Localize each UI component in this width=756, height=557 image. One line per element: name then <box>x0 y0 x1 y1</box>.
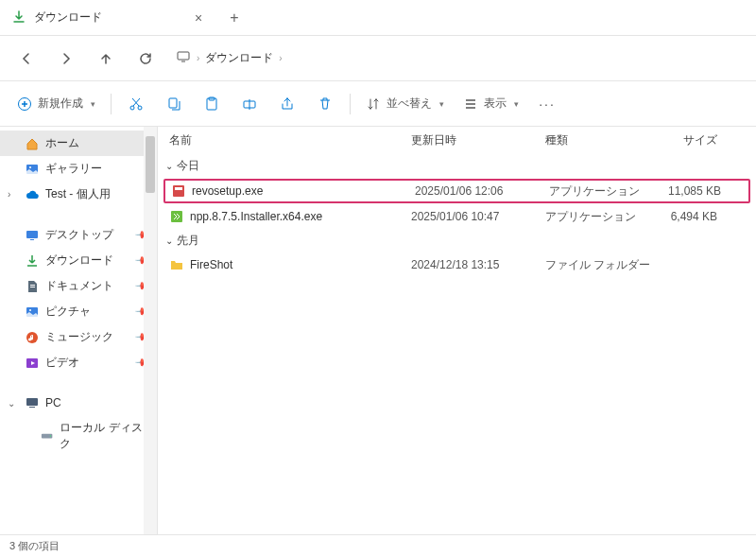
main: ホーム ギャラリー › Test - 個人用 デスクトップ 📌 ダウンロード 📌… <box>0 127 756 534</box>
chevron-right-icon: › <box>197 53 199 63</box>
navbar: › ダウンロード › <box>0 36 756 81</box>
file-name: FireShot <box>190 258 411 271</box>
file-date: 2025/01/06 10:47 <box>411 210 545 223</box>
breadcrumb[interactable]: › ダウンロード › <box>168 49 283 67</box>
chevron-down-icon: ▾ <box>439 99 444 109</box>
separator <box>111 94 112 114</box>
new-tab-button[interactable]: + <box>217 0 251 36</box>
column-headers: 名前 更新日時 種類 サイズ <box>158 127 756 154</box>
tab-downloads[interactable]: ダウンロード × <box>0 0 217 36</box>
group-today[interactable]: ⌄ 今日 <box>158 154 756 178</box>
forward-button[interactable] <box>49 42 83 76</box>
svg-rect-4 <box>169 98 177 108</box>
file-row[interactable]: FireShot 2024/12/18 13:15 ファイル フォルダー <box>158 252 756 277</box>
titlebar: ダウンロード × + <box>0 0 756 36</box>
cloud-icon <box>25 187 40 202</box>
more-button[interactable]: ··· <box>530 89 564 119</box>
file-list: 名前 更新日時 種類 サイズ ⌄ 今日 revosetup.exe 2025/0… <box>158 127 756 534</box>
close-icon[interactable]: × <box>191 10 206 26</box>
svg-point-3 <box>138 106 142 110</box>
column-name[interactable]: 名前 <box>169 132 411 148</box>
toolbar: 新規作成 ▾ 並べ替え ▾ 表示 ▾ ··· <box>0 81 756 127</box>
home-icon <box>25 136 40 151</box>
chevron-down-icon: ⌄ <box>8 398 15 409</box>
sidebar-item-test[interactable]: › Test - 個人用 <box>0 182 157 207</box>
share-button[interactable] <box>270 89 304 119</box>
sidebar-item-gallery[interactable]: ギャラリー <box>0 156 157 182</box>
monitor-icon <box>176 49 191 67</box>
column-size[interactable]: サイズ <box>651 132 727 148</box>
svg-rect-19 <box>29 407 35 408</box>
status-text: 3 個の項目 <box>9 539 60 553</box>
copy-button[interactable] <box>157 89 191 119</box>
exe-icon <box>171 183 186 199</box>
sort-button[interactable]: 並べ替え ▾ <box>358 89 452 119</box>
chevron-right-icon: › <box>279 53 282 63</box>
chevron-down-icon: ⌄ <box>165 235 173 246</box>
file-row[interactable]: revosetup.exe 2025/01/06 12:06 アプリケーション … <box>163 179 750 203</box>
pictures-icon <box>25 305 40 320</box>
svg-point-2 <box>130 106 134 110</box>
download-icon <box>11 10 26 26</box>
svg-rect-11 <box>30 239 34 240</box>
column-date[interactable]: 更新日時 <box>411 132 545 148</box>
gallery-icon <box>25 162 40 177</box>
tab-title: ダウンロード <box>34 9 183 26</box>
download-icon <box>25 253 40 269</box>
file-date: 2024/12/18 13:15 <box>411 258 545 271</box>
svg-rect-10 <box>26 231 38 238</box>
music-icon <box>25 330 40 345</box>
sidebar: ホーム ギャラリー › Test - 個人用 デスクトップ 📌 ダウンロード 📌… <box>0 127 158 534</box>
cut-button[interactable] <box>119 89 153 119</box>
back-button[interactable] <box>9 42 43 76</box>
sidebar-item-pc[interactable]: ⌄ PC <box>0 391 157 415</box>
svg-rect-0 <box>178 52 189 60</box>
breadcrumb-item[interactable]: ダウンロード <box>205 50 273 66</box>
svg-point-21 <box>50 436 52 438</box>
sidebar-item-desktop[interactable]: デスクトップ 📌 <box>0 222 157 248</box>
svg-point-9 <box>29 166 31 168</box>
video-icon <box>25 356 40 371</box>
file-type: ファイル フォルダー <box>545 257 651 273</box>
scrollbar-thumb[interactable] <box>146 136 155 193</box>
scrollbar[interactable] <box>144 127 157 534</box>
svg-rect-22 <box>173 185 184 197</box>
file-date: 2025/01/06 12:06 <box>415 184 549 198</box>
separator <box>350 94 351 114</box>
svg-rect-23 <box>175 187 182 190</box>
file-name: revosetup.exe <box>192 184 415 198</box>
new-button[interactable]: 新規作成 ▾ <box>9 89 103 119</box>
document-icon <box>25 279 40 294</box>
file-row[interactable]: npp.8.7.5.Installer.x64.exe 2025/01/06 1… <box>158 204 756 229</box>
sidebar-item-documents[interactable]: ドキュメント 📌 <box>0 273 157 299</box>
sidebar-item-localdisk[interactable]: ローカル ディスク <box>0 415 157 457</box>
folder-icon <box>169 257 184 272</box>
chevron-right-icon: › <box>8 189 10 200</box>
svg-rect-18 <box>26 398 38 406</box>
svg-rect-12 <box>30 285 35 286</box>
sidebar-item-home[interactable]: ホーム <box>0 131 157 156</box>
chevron-down-icon: ▾ <box>514 99 519 109</box>
svg-point-15 <box>29 309 31 311</box>
sidebar-item-pictures[interactable]: ピクチャ 📌 <box>0 299 157 324</box>
up-button[interactable] <box>89 42 123 76</box>
view-button[interactable]: 表示 ▾ <box>455 89 526 119</box>
drive-icon <box>40 428 54 444</box>
statusbar: 3 個の項目 <box>0 534 756 557</box>
group-lastmonth[interactable]: ⌄ 先月 <box>158 229 756 252</box>
delete-button[interactable] <box>308 89 342 119</box>
sidebar-item-videos[interactable]: ビデオ 📌 <box>0 350 157 375</box>
sidebar-item-downloads[interactable]: ダウンロード 📌 <box>0 248 157 273</box>
rename-button[interactable] <box>232 89 266 119</box>
file-size: 6,494 KB <box>651 210 727 223</box>
file-name: npp.8.7.5.Installer.x64.exe <box>190 210 411 223</box>
refresh-button[interactable] <box>129 42 163 76</box>
paste-button[interactable] <box>195 89 229 119</box>
sidebar-item-music[interactable]: ミュージック 📌 <box>0 324 157 350</box>
chevron-down-icon: ⌄ <box>165 161 173 171</box>
desktop-icon <box>25 228 40 243</box>
file-type: アプリケーション <box>549 183 655 200</box>
chevron-down-icon: ▾ <box>91 99 95 109</box>
column-type[interactable]: 種類 <box>545 132 651 148</box>
file-type: アプリケーション <box>545 209 651 225</box>
